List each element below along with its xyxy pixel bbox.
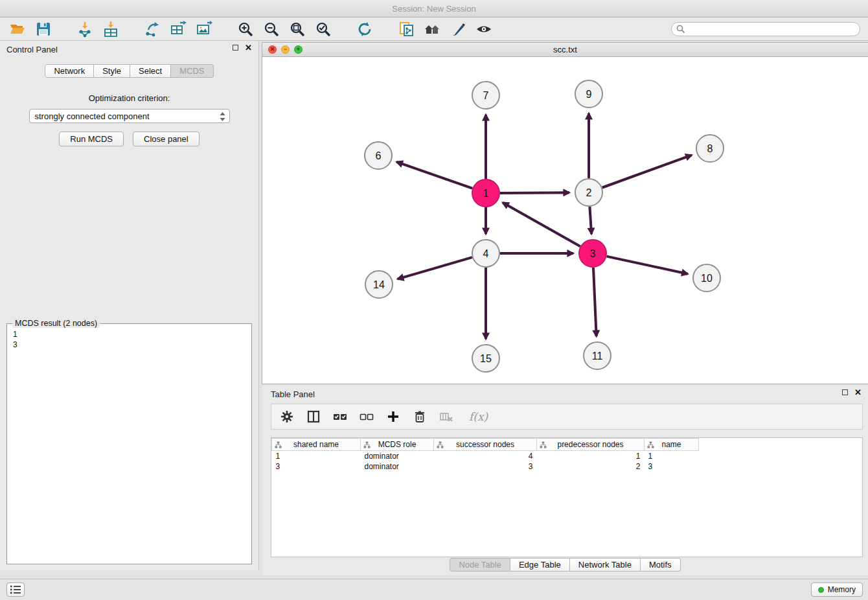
search-icon <box>676 25 685 34</box>
columns-icon[interactable] <box>306 409 321 424</box>
window-zoom-icon[interactable]: + <box>294 45 303 54</box>
network-window-titlebar[interactable]: ✕ − + scc.txt <box>262 43 868 57</box>
node-label-4: 4 <box>483 248 489 259</box>
open-file-icon[interactable] <box>8 19 27 39</box>
node-table-grid: shared nameMCDS rolesuccessor nodesprede… <box>271 438 699 472</box>
float-panel-icon[interactable] <box>233 45 238 51</box>
function-builder-icon[interactable]: f(x) <box>469 410 488 423</box>
column-sort-icon <box>647 441 654 448</box>
edge-3-1[interactable] <box>503 203 580 247</box>
table-cell[interactable]: 3 <box>272 461 361 472</box>
export-network-icon[interactable] <box>143 19 162 39</box>
table-cell[interactable]: 3 <box>645 461 699 472</box>
edge-3-10[interactable] <box>607 257 688 274</box>
dropdown-arrows-icon <box>219 111 226 122</box>
export-table-icon[interactable] <box>168 19 188 39</box>
task-history-button[interactable] <box>6 583 25 597</box>
column-header-predecessor-nodes[interactable]: predecessor nodes <box>537 439 645 451</box>
node-label-9: 9 <box>586 89 592 100</box>
memory-status-icon <box>818 587 824 593</box>
tab-network[interactable]: Network <box>45 64 94 78</box>
table-tab-network-table[interactable]: Network Table <box>570 558 641 571</box>
import-table-icon[interactable] <box>101 19 120 39</box>
memory-button-label: Memory <box>828 585 856 594</box>
gear-icon[interactable] <box>279 409 295 424</box>
run-mcds-button[interactable]: Run MCDS <box>59 132 124 146</box>
edge-3-11[interactable] <box>593 268 597 336</box>
column-header-label: successor nodes <box>456 440 514 449</box>
node-label-10: 10 <box>701 273 713 284</box>
column-header-successor-nodes[interactable]: successor nodes <box>434 439 537 451</box>
table-cell[interactable]: dominator <box>361 461 434 472</box>
tab-style[interactable]: Style <box>94 64 130 78</box>
zoom-fit-icon[interactable] <box>288 19 307 39</box>
mcds-result-text[interactable]: 1 3 <box>7 324 251 355</box>
table-cell[interactable]: 4 <box>434 451 537 461</box>
table-tab-node-table[interactable]: Node Table <box>450 558 510 571</box>
network-graph[interactable]: 1234678910111415 <box>262 57 868 383</box>
edge-4-14[interactable] <box>398 257 472 279</box>
table-row[interactable]: 1dominator411 <box>272 451 699 461</box>
edge-1-6[interactable] <box>396 162 472 189</box>
criterion-dropdown-value: strongly connected component <box>35 111 150 121</box>
add-row-icon[interactable] <box>385 409 401 424</box>
close-panel-button[interactable]: Close panel <box>133 132 200 146</box>
zoom-out-icon[interactable] <box>262 19 281 39</box>
delete-row-icon[interactable] <box>412 409 428 424</box>
table-cell[interactable]: dominator <box>361 451 434 461</box>
column-sort-icon <box>275 441 282 448</box>
search-input[interactable] <box>671 22 860 36</box>
network-view-window: ✕ − + scc.txt 1234678910111415 <box>262 43 868 384</box>
close-panel-icon[interactable]: ✕ <box>245 43 252 52</box>
float-table-panel-icon[interactable] <box>842 389 848 395</box>
table-tab-motifs[interactable]: Motifs <box>641 558 681 571</box>
memory-button[interactable]: Memory <box>811 583 863 597</box>
export-image-icon[interactable] <box>194 19 214 39</box>
table-cell[interactable]: 3 <box>434 461 537 472</box>
save-session-icon[interactable] <box>34 19 53 39</box>
deselect-all-rows-icon[interactable] <box>359 409 374 424</box>
table-tab-edge-table[interactable]: Edge Table <box>510 558 570 571</box>
column-header-shared-name[interactable]: shared name <box>272 439 361 451</box>
show-hide-icon[interactable] <box>474 19 494 39</box>
node-label-14: 14 <box>373 279 385 290</box>
column-header-name[interactable]: name <box>645 439 699 451</box>
home-icon[interactable] <box>422 19 442 39</box>
main-toolbar <box>0 17 868 41</box>
node-label-8: 8 <box>707 143 713 154</box>
edge-2-3[interactable] <box>589 207 591 234</box>
edge-2-8[interactable] <box>602 155 692 187</box>
clone-network-icon[interactable] <box>396 19 416 39</box>
window-close-icon[interactable]: ✕ <box>268 45 277 54</box>
style-brush-icon[interactable] <box>448 19 468 39</box>
table-cell[interactable]: 1 <box>537 451 645 461</box>
column-header-label: predecessor nodes <box>557 440 623 449</box>
zoom-in-icon[interactable] <box>236 19 255 39</box>
tab-mcds[interactable]: MCDS <box>171 64 213 78</box>
control-panel-tabs: NetworkStyleSelectMCDS <box>0 64 258 78</box>
import-network-icon[interactable] <box>75 19 95 39</box>
select-all-rows-icon[interactable] <box>332 409 348 424</box>
delete-columns-icon[interactable] <box>439 409 454 424</box>
node-label-2: 2 <box>586 187 592 198</box>
refresh-layout-icon[interactable] <box>355 19 374 39</box>
application-window: Session: New Session <box>0 0 868 600</box>
table-body: 1dominator4113dominator323 <box>272 451 699 472</box>
column-header-MCDS-role[interactable]: MCDS role <box>361 439 434 451</box>
tab-select[interactable]: Select <box>130 64 171 78</box>
close-table-panel-icon[interactable]: ✕ <box>854 388 862 397</box>
edge-1-2[interactable] <box>500 192 569 193</box>
table-row[interactable]: 3dominator323 <box>272 461 699 472</box>
criterion-dropdown[interactable]: strongly connected component <box>29 109 230 123</box>
table-cell[interactable]: 2 <box>537 461 645 472</box>
zoom-selected-icon[interactable] <box>314 19 333 39</box>
table-cell[interactable]: 1 <box>272 451 361 461</box>
status-bar: Memory <box>0 579 868 600</box>
network-canvas[interactable]: 1234678910111415 <box>262 57 868 383</box>
column-sort-icon <box>363 441 371 448</box>
table-tabs: Node TableEdge TableNetwork TableMotifs <box>262 558 868 571</box>
column-header-label: MCDS role <box>378 440 417 449</box>
control-panel-header: Control Panel ✕ <box>0 41 258 58</box>
window-minimize-icon[interactable]: − <box>281 45 290 54</box>
table-cell[interactable]: 1 <box>645 451 699 461</box>
